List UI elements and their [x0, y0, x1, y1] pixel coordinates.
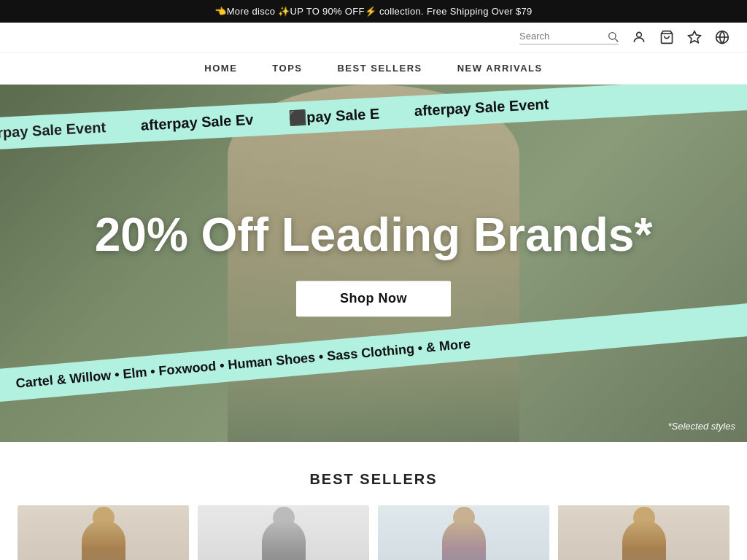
- product-image: [18, 505, 189, 560]
- header: [0, 23, 747, 52]
- wishlist-icon: [687, 30, 702, 44]
- announcement-text: 👈More disco ✨UP TO 90% OFF⚡ collection. …: [214, 6, 532, 17]
- search-icon-button[interactable]: [607, 31, 619, 42]
- product-card[interactable]: [378, 505, 549, 560]
- shop-now-button[interactable]: Shop Now: [296, 281, 451, 317]
- disclaimer-text: *Selected styles: [668, 421, 736, 432]
- product-image: [558, 505, 729, 560]
- svg-line-1: [615, 39, 618, 42]
- header-actions: [374, 30, 729, 44]
- announcement-bar: 👈More disco ✨UP TO 90% OFF⚡ collection. …: [0, 0, 747, 23]
- bag-icon: [659, 30, 674, 44]
- best-sellers-title: BEST SELLERS: [18, 471, 729, 488]
- language-icon: [715, 30, 729, 44]
- product-card[interactable]: [558, 505, 729, 560]
- afterpay-label-2: afterpay Sale Ev: [140, 112, 254, 135]
- best-sellers-section: BEST SELLERS: [0, 442, 747, 560]
- product-grid: [18, 505, 729, 560]
- wishlist-icon-button[interactable]: [687, 30, 702, 44]
- afterpay-label-3: ⬛pay Sale E: [288, 105, 380, 128]
- account-icon: [632, 30, 646, 44]
- product-image: [378, 505, 549, 560]
- hero-banner: afterpay Sale Event afterpay Sale Ev ⬛pa…: [0, 85, 747, 442]
- search-box[interactable]: [519, 31, 619, 44]
- afterpay-label-1: afterpay Sale Event: [0, 119, 107, 144]
- svg-point-0: [609, 32, 616, 39]
- afterpay-label-4: afterpay Sale Event: [414, 96, 549, 120]
- search-input[interactable]: [519, 31, 607, 42]
- main-nav: HOME TOPS BEST SELLERS NEW ARRIVALS: [0, 52, 747, 85]
- bag-icon-button[interactable]: [659, 30, 674, 44]
- svg-point-2: [637, 32, 642, 37]
- product-card[interactable]: [18, 505, 189, 560]
- search-icon: [607, 31, 619, 42]
- language-icon-button[interactable]: [715, 30, 729, 44]
- hero-headline-text: 20% Off Leading Brands*: [0, 209, 747, 260]
- nav-new-arrivals[interactable]: NEW ARRIVALS: [457, 63, 543, 74]
- nav-best-sellers[interactable]: BEST SELLERS: [337, 63, 422, 74]
- nav-tops[interactable]: TOPS: [272, 63, 302, 74]
- account-icon-button[interactable]: [632, 30, 646, 44]
- hero-content: 20% Off Leading Brands* Shop Now: [0, 209, 747, 316]
- svg-marker-4: [689, 31, 701, 43]
- nav-home[interactable]: HOME: [204, 63, 237, 74]
- product-image: [198, 505, 369, 560]
- product-card[interactable]: [198, 505, 369, 560]
